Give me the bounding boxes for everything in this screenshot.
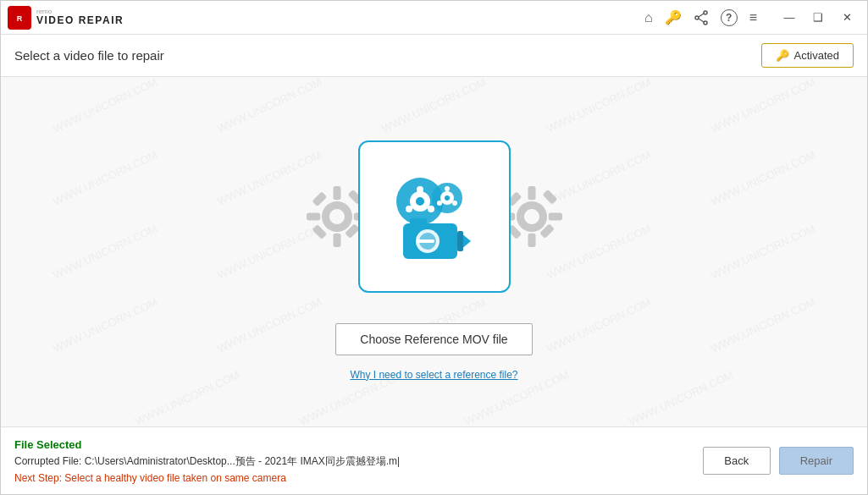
activated-button[interactable]: 🔑 Activated bbox=[761, 43, 854, 68]
svg-rect-18 bbox=[548, 212, 561, 220]
share-icon[interactable] bbox=[694, 10, 709, 25]
svg-rect-7 bbox=[333, 186, 340, 200]
svg-point-4 bbox=[695, 16, 699, 19]
svg-rect-9 bbox=[307, 212, 320, 220]
title-bar: R remo VIDEO REPAIR ⌂ 🔑 bbox=[1, 1, 867, 35]
svg-rect-38 bbox=[410, 218, 427, 227]
main-window: R remo VIDEO REPAIR ⌂ 🔑 bbox=[0, 0, 868, 495]
svg-point-25 bbox=[416, 197, 424, 206]
svg-rect-16 bbox=[528, 233, 535, 246]
file-selected-label: File Selected bbox=[14, 438, 703, 451]
svg-point-31 bbox=[445, 195, 450, 201]
svg-rect-13 bbox=[312, 224, 327, 239]
app-title: remo VIDEO REPAIR bbox=[36, 8, 124, 27]
bottom-bar: File Selected Corrupted File: C:\Users\A… bbox=[1, 426, 867, 494]
header: Select a video file to repair 🔑 Activate… bbox=[1, 35, 867, 77]
video-repair-icon-box bbox=[358, 140, 511, 293]
page-title: Select a video file to repair bbox=[14, 48, 164, 63]
close-button[interactable]: ✕ bbox=[833, 6, 860, 30]
svg-line-6 bbox=[699, 19, 704, 22]
svg-point-34 bbox=[437, 201, 442, 206]
svg-point-33 bbox=[452, 201, 457, 206]
help-icon[interactable]: ? bbox=[721, 9, 738, 26]
svg-text:R: R bbox=[17, 14, 23, 23]
svg-point-27 bbox=[428, 206, 434, 212]
svg-line-5 bbox=[699, 14, 704, 17]
repair-icon-container bbox=[290, 124, 578, 310]
camera-film-icon bbox=[379, 166, 489, 267]
key-icon: 🔑 bbox=[776, 49, 789, 62]
svg-rect-39 bbox=[416, 239, 434, 243]
next-step-message: Next Step: Select a healthy video file t… bbox=[14, 472, 703, 484]
svg-point-32 bbox=[445, 186, 450, 191]
logo-icon: R bbox=[8, 6, 31, 30]
svg-point-3 bbox=[704, 21, 707, 25]
main-content: WWW.UNICORN.COM WWW.UNICORN.COM WWW.UNIC… bbox=[1, 77, 867, 426]
maximize-button[interactable]: ❑ bbox=[804, 6, 832, 30]
why-reference-link[interactable]: Why I need to select a reference file? bbox=[350, 369, 517, 381]
svg-rect-11 bbox=[312, 191, 327, 206]
activated-label: Activated bbox=[794, 49, 839, 62]
file-info: File Selected Corrupted File: C:\Users\A… bbox=[14, 438, 703, 484]
app-logo: R remo VIDEO REPAIR bbox=[8, 6, 124, 30]
title-bar-left: R remo VIDEO REPAIR bbox=[8, 6, 124, 30]
svg-rect-41 bbox=[457, 231, 463, 251]
repair-button[interactable]: Repair bbox=[779, 447, 854, 475]
file-path: Corrupted File: C:\Users\Administrator\D… bbox=[14, 454, 703, 469]
search-icon[interactable]: 🔑 bbox=[665, 9, 682, 25]
svg-rect-8 bbox=[333, 233, 340, 246]
svg-point-2 bbox=[704, 11, 707, 14]
center-area: Choose Reference MOV file Why I need to … bbox=[290, 124, 578, 381]
svg-point-26 bbox=[417, 186, 423, 193]
bottom-buttons: Back Repair bbox=[703, 447, 854, 475]
back-button[interactable]: Back bbox=[703, 447, 771, 475]
svg-rect-15 bbox=[528, 186, 535, 200]
menu-icon[interactable]: ≡ bbox=[749, 10, 757, 25]
svg-rect-22 bbox=[542, 189, 557, 204]
choose-reference-mov-button[interactable]: Choose Reference MOV file bbox=[335, 323, 532, 355]
home-icon[interactable]: ⌂ bbox=[644, 10, 653, 25]
title-bar-icons: ⌂ 🔑 ? ≡ — ❑ ✕ bbox=[644, 6, 860, 30]
minimize-button[interactable]: — bbox=[776, 6, 803, 30]
svg-point-28 bbox=[406, 206, 412, 212]
window-controls: — ❑ ✕ bbox=[776, 6, 860, 30]
